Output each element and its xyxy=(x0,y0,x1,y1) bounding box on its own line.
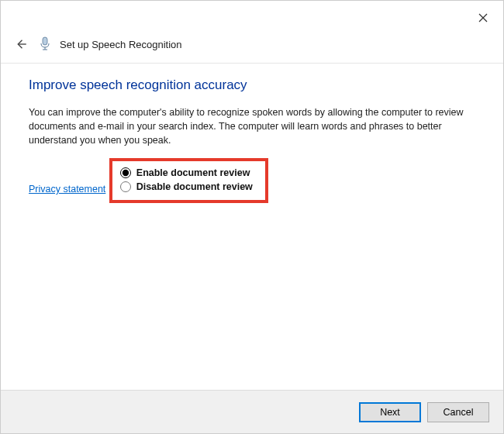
enable-radio-input[interactable] xyxy=(120,167,131,178)
footer-bar: Next Cancel xyxy=(1,390,503,433)
wizard-window: Set up Speech Recognition Improve speech… xyxy=(0,0,504,434)
close-button[interactable] xyxy=(472,7,494,29)
enable-radio-label: Enable document review xyxy=(136,167,250,178)
back-arrow-icon xyxy=(14,37,28,51)
content-area: Improve speech recognition accuracy You … xyxy=(1,64,503,390)
window-title: Set up Speech Recognition xyxy=(60,39,182,50)
page-description: You can improve the computer's ability t… xyxy=(29,105,471,147)
cancel-button[interactable]: Cancel xyxy=(427,402,489,422)
document-review-radio-group: Enable document review Disable document … xyxy=(109,158,268,203)
disable-radio-input[interactable] xyxy=(120,181,131,192)
titlebar xyxy=(1,1,503,35)
header-row: Set up Speech Recognition xyxy=(1,35,503,60)
disable-document-review-option[interactable]: Disable document review xyxy=(120,180,253,194)
disable-radio-label: Disable document review xyxy=(136,181,253,192)
privacy-statement-link[interactable]: Privacy statement xyxy=(29,184,105,195)
svg-rect-3 xyxy=(43,37,47,45)
enable-document-review-option[interactable]: Enable document review xyxy=(120,166,253,180)
close-icon xyxy=(478,13,488,22)
back-button[interactable] xyxy=(12,35,30,53)
page-heading: Improve speech recognition accuracy xyxy=(29,78,475,93)
next-button[interactable]: Next xyxy=(359,402,421,422)
microphone-icon xyxy=(38,36,52,53)
